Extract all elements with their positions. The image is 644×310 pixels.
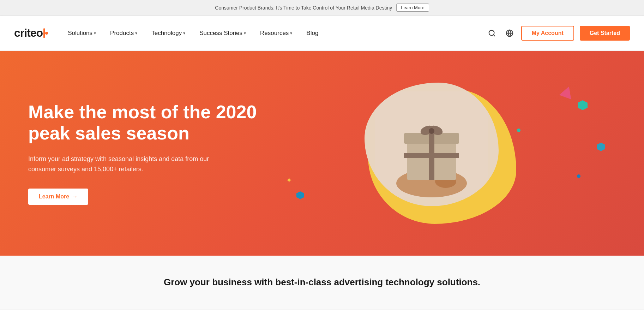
arrow-icon: → xyxy=(72,193,78,200)
nav-label-solutions: Solutions xyxy=(68,30,92,37)
hero-learn-more-button[interactable]: Learn More → xyxy=(28,189,88,205)
hero-visual: ✦ xyxy=(268,72,616,234)
decorative-hex-blue-bottom xyxy=(296,191,304,199)
globe-icon xyxy=(506,29,513,37)
get-started-button[interactable]: Get Started xyxy=(580,26,630,41)
logo-dot-icon xyxy=(45,32,48,35)
nav-label-products: Products xyxy=(110,30,134,37)
learn-more-label: Learn More xyxy=(39,193,69,200)
logo-text: criteo xyxy=(14,26,43,40)
nav-item-technology[interactable]: Technology ▾ xyxy=(146,27,191,40)
decorative-hex-teal xyxy=(578,100,588,110)
globe-button[interactable] xyxy=(504,27,516,39)
nav-item-products[interactable]: Products ▾ xyxy=(104,27,143,40)
chevron-down-icon: ▾ xyxy=(290,31,292,36)
chevron-down-icon: ▾ xyxy=(94,31,96,36)
banner-learn-more-button[interactable]: Learn More xyxy=(396,4,429,12)
logo-bar-icon xyxy=(43,28,45,38)
my-account-button[interactable]: My Account xyxy=(521,26,574,41)
decorative-dot-blue xyxy=(577,174,580,178)
decorative-dot-teal xyxy=(517,129,520,132)
nav-items: Solutions ▾ Products ▾ Technology ▾ Succ… xyxy=(62,27,486,40)
banner-text: Consumer Product Brands: It's Time to Ta… xyxy=(215,5,392,11)
svg-line-1 xyxy=(493,35,495,36)
nav-label-blog: Blog xyxy=(306,30,318,37)
top-banner: Consumer Product Brands: It's Time to Ta… xyxy=(0,0,644,16)
chevron-down-icon: ▾ xyxy=(183,31,185,36)
chevron-down-icon: ▾ xyxy=(244,31,246,36)
svg-rect-11 xyxy=(404,153,459,158)
hero-title: Make the most of the 2020 peak sales sea… xyxy=(28,102,268,144)
bottom-tagline: Grow your business with best-in-class ad… xyxy=(14,277,630,288)
logo[interactable]: criteo xyxy=(14,26,48,40)
search-icon xyxy=(488,29,496,37)
nav-label-success-stories: Success Stories xyxy=(199,30,242,37)
nav-item-blog[interactable]: Blog xyxy=(301,27,324,40)
svg-point-14 xyxy=(429,128,434,134)
hero-content: Make the most of the 2020 peak sales sea… xyxy=(28,102,268,204)
decorative-hex-blue xyxy=(597,143,605,151)
hero-subtitle: Inform your ad strategy with seasonal in… xyxy=(28,154,226,174)
nav-item-success-stories[interactable]: Success Stories ▾ xyxy=(194,27,252,40)
nav-label-technology: Technology xyxy=(151,30,182,37)
navbar: criteo Solutions ▾ Products ▾ Technology… xyxy=(0,16,644,51)
nav-item-solutions[interactable]: Solutions ▾ xyxy=(62,27,102,40)
search-button[interactable] xyxy=(486,27,498,39)
nav-item-resources[interactable]: Resources ▾ xyxy=(254,27,298,40)
hero-section: Make the most of the 2020 peak sales sea… xyxy=(0,51,644,256)
chevron-down-icon: ▾ xyxy=(135,31,137,36)
decorative-triangle-pink xyxy=(559,84,575,99)
nav-actions: My Account Get Started xyxy=(486,26,630,41)
nav-label-resources: Resources xyxy=(260,30,289,37)
gift-illustration xyxy=(375,91,488,197)
hero-image-blob xyxy=(357,79,527,227)
decorative-star-yellow: ✦ xyxy=(286,176,292,185)
bottom-section: Grow your business with best-in-class ad… xyxy=(0,256,644,309)
